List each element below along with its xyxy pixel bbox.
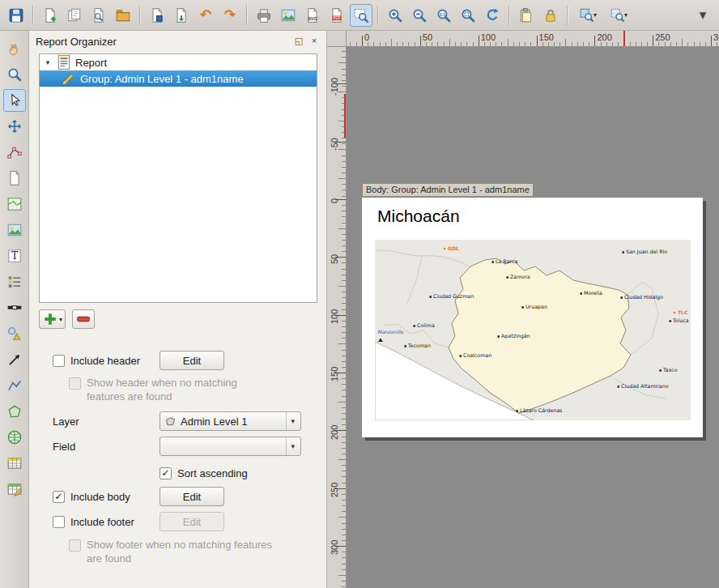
qgis-report-designer: ↶↷SVGPDF1:1▾▾▾ T Report Organizer ◱ × ▾ … — [0, 0, 719, 588]
save-project-button[interactable] — [5, 4, 28, 27]
refresh-view-button[interactable] — [481, 4, 504, 27]
remove-section-button[interactable] — [72, 309, 95, 329]
add-shape-button[interactable] — [3, 322, 26, 345]
city-marker — [405, 345, 406, 347]
add-arrow-button[interactable] — [3, 348, 26, 371]
toolbar-separator — [139, 6, 141, 25]
add-label-button[interactable]: T — [3, 245, 26, 267]
city-marker — [522, 306, 524, 308]
ruler-tick — [653, 36, 653, 46]
ruler-label: 250 — [655, 32, 670, 42]
edit-body-button[interactable]: Edit — [160, 487, 224, 506]
toolbar-separator — [377, 6, 379, 25]
add-map-button[interactable] — [3, 193, 26, 215]
add-legend-button[interactable] — [3, 271, 26, 293]
add-attribute-table-button[interactable] — [3, 452, 26, 475]
expander-icon[interactable]: ▾ — [43, 58, 53, 66]
zoom-to-selection-button[interactable]: ▾ — [573, 4, 602, 27]
layout-canvas[interactable]: Body: Group: Admin Level 1 - adm1name Mi… — [347, 47, 719, 588]
zoom-actual-button[interactable]: 1:1 — [432, 4, 455, 27]
ruler-label: 150 — [539, 32, 554, 42]
layer-label: Layer — [53, 415, 160, 428]
add-polygon-button[interactable] — [3, 400, 26, 423]
tree-item-group[interactable]: Group: Admin Level 1 - adm1name — [40, 70, 317, 87]
export-pdf-button[interactable]: PDF — [325, 4, 348, 27]
combo-arrow-icon: ▾ — [286, 412, 299, 430]
include-footer-row: Include footer Edit — [53, 511, 318, 532]
close-panel-button[interactable]: × — [308, 36, 320, 47]
export-svg-button[interactable]: SVG — [301, 4, 324, 27]
lock-items-button[interactable] — [539, 4, 562, 27]
add-page-button[interactable] — [3, 167, 26, 190]
ruler-label: 0 — [330, 198, 339, 203]
print-button[interactable] — [253, 4, 275, 27]
move-item-content-tool[interactable] — [3, 115, 26, 138]
city-marker — [430, 296, 432, 297]
city-label: Zamora — [510, 274, 530, 279]
include-header-checkbox[interactable] — [53, 355, 65, 367]
save-as-template-button[interactable] — [146, 4, 168, 27]
dropdown-caret-icon: ▾ — [59, 316, 62, 323]
new-report-button[interactable] — [39, 4, 62, 27]
copy-items-button[interactable] — [515, 4, 538, 27]
city-label: Apatzingán — [501, 333, 530, 339]
ruler-label: -100 — [330, 78, 339, 96]
open-report-button[interactable] — [112, 4, 134, 27]
city-marker — [660, 369, 662, 371]
include-footer-label: Include footer — [70, 516, 134, 528]
redo-button[interactable]: ↷ — [219, 4, 241, 27]
city-label: Taxco — [662, 367, 678, 373]
add-items-from-template-button[interactable] — [170, 4, 193, 27]
float-panel-button[interactable]: ◱ — [293, 36, 304, 47]
preview-mode-button[interactable] — [350, 4, 372, 27]
zoom-tool[interactable] — [3, 63, 26, 86]
report-page[interactable]: Michoacán GDLLa BarcaZamoraCiudad Guzman… — [362, 198, 703, 437]
tree-actions: ▾ — [39, 309, 95, 329]
include-body-label: Include body — [70, 491, 130, 503]
ruler-tick — [594, 36, 595, 46]
tree-item-report[interactable]: ▾ Report — [40, 54, 317, 70]
report-manager-button[interactable] — [87, 4, 110, 27]
add-section-button[interactable]: ▾ — [39, 309, 66, 329]
zoom-full-button[interactable] — [457, 4, 479, 27]
city-marker — [618, 386, 619, 387]
pan-to-selection-button[interactable]: ▾ — [604, 4, 633, 27]
field-combobox[interactable]: ▾ — [160, 437, 301, 456]
toolbar-separator — [567, 6, 568, 25]
polygon-layer-icon — [164, 415, 177, 428]
ruler-label: 50 — [330, 254, 339, 263]
ruler-label: 0 — [364, 32, 369, 42]
pan-tool[interactable] — [3, 37, 26, 60]
city-marker — [623, 251, 624, 253]
add-picture-button[interactable] — [3, 219, 26, 241]
include-footer-checkbox[interactable] — [53, 516, 65, 528]
export-image-button[interactable] — [277, 4, 300, 27]
vertical-ruler: -100-50050100150200250300 — [327, 47, 347, 588]
field-row: Field ▾ — [53, 436, 318, 457]
include-body-checkbox[interactable] — [53, 491, 65, 503]
select-move-item-tool[interactable] — [3, 89, 26, 112]
add-fixed-table-button[interactable] — [3, 478, 26, 501]
add-scalebar-button[interactable] — [3, 296, 26, 319]
report-organizer-panel: Report Organizer ◱ × ▾ Report Group: Adm… — [29, 31, 327, 588]
sort-ascending-row: Sort ascending — [53, 462, 318, 484]
layer-combobox[interactable]: Admin Level 1 ▾ — [160, 411, 301, 431]
map-frame[interactable]: GDLLa BarcaZamoraCiudad GuzmanMoreliaCiu… — [375, 240, 691, 420]
plus-icon — [42, 311, 58, 327]
city-label: La Barca — [496, 258, 517, 264]
city-label: Tecoman — [407, 343, 431, 348]
edit-nodes-tool[interactable] — [3, 141, 26, 164]
city-label: TLC — [678, 309, 688, 315]
edit-header-button[interactable]: Edit — [160, 351, 224, 370]
toolbar-extension-button[interactable]: ▾ — [691, 4, 714, 27]
sort-ascending-checkbox[interactable] — [160, 467, 172, 479]
zoom-in-button[interactable] — [384, 4, 406, 27]
toolbar-separator — [246, 6, 248, 25]
ruler-label: -50 — [330, 138, 339, 151]
duplicate-report-button[interactable] — [63, 4, 86, 27]
zoom-out-button[interactable] — [408, 4, 431, 27]
undo-button[interactable]: ↶ — [194, 4, 217, 27]
add-node-item-button[interactable] — [3, 374, 26, 397]
add-html-button[interactable] — [3, 426, 26, 449]
page-title-label[interactable]: Michoacán — [377, 207, 460, 226]
